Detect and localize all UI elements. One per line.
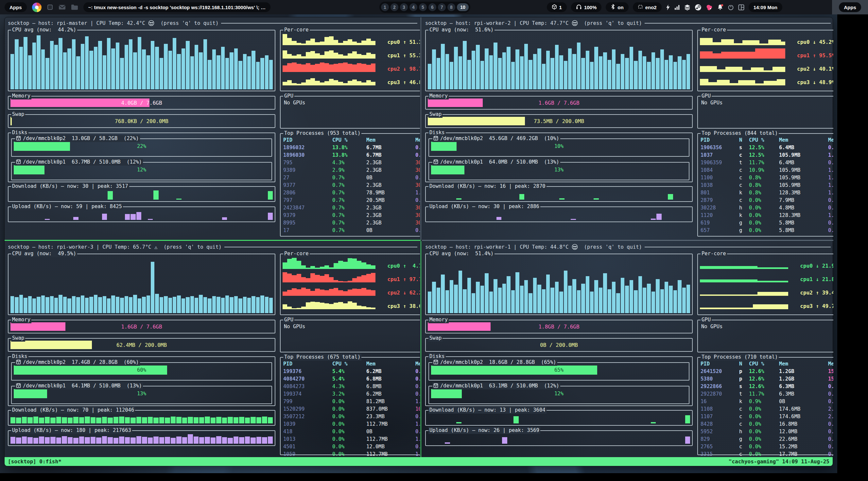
download-box-stats: Download (KB/s) — now: 70 | peak: 112046 <box>12 407 134 414</box>
workspace-2[interactable]: 2 <box>391 3 398 11</box>
workspace-8[interactable]: 8 <box>447 3 455 11</box>
disk-usage-pct: 13% <box>431 167 687 173</box>
core-sparkline <box>700 47 785 59</box>
process-row: 657g0.0%5.8MB0.07% <box>698 227 833 234</box>
top-processes-label: Top Processes (675 total) <box>284 354 361 361</box>
socktop-pane-rpi-worker-3[interactable]: socktop — host: rpi-worker-3 | CPU Temp:… <box>5 241 420 458</box>
core-row-cpu3: cpu3 ↓ 48.9% <box>700 72 833 85</box>
core-sparkline <box>283 297 375 309</box>
memory-box: Memory1.6GB / 7.6GB <box>8 320 275 333</box>
gpu-box: GPUNo GPUs <box>697 96 833 129</box>
process-row: 2641520p12.6%1.2GB15.46% <box>698 368 833 375</box>
core-row-cpu2: cpu2 ↓ 62.2% <box>283 282 420 296</box>
power-icon[interactable] <box>728 4 734 10</box>
process-row: 7954.3%2.3GB30.64% <box>281 159 420 167</box>
apps-button[interactable]: Apps <box>5 2 27 12</box>
disk-item-1: /dev/mmcblk0p1 64.0MB / 510.0MB (13%)13% <box>428 162 689 180</box>
upload-box: Upload (KB/s) — now: 180 | peak: 217663 <box>8 430 275 446</box>
bluetooth-indicator[interactable]: on <box>606 2 628 12</box>
focused-window-title[interactable]: ~: tmux new-session -d -s socktop 'sockt… <box>84 2 271 12</box>
pane-separator-horizontal-right[interactable] <box>422 240 833 241</box>
core-sparkline <box>700 33 785 45</box>
download-bars <box>428 189 690 200</box>
folder-icon[interactable] <box>71 4 78 10</box>
steam-icon[interactable] <box>695 4 702 11</box>
updates-indicator[interactable]: 1 <box>547 2 567 12</box>
memory-value: 4.0GB / 7.6GB <box>10 100 273 106</box>
app-launcher-icon[interactable] <box>32 3 41 12</box>
disk-icon <box>433 135 438 142</box>
process-row: 40842705.4%6.8MB0.09% <box>281 375 420 383</box>
memory-label: Memory <box>429 317 448 323</box>
gpu-status: No GPUs <box>698 96 833 109</box>
memory-value: 1.6GB / 7.6GB <box>428 100 690 106</box>
per-core-label: Per-core <box>284 27 309 33</box>
disk-info: /dev/mmcblk0p1 64.1MB / 510.0MB (13%) <box>23 383 142 389</box>
upload-box: Upload (KB/s) — now: 26 | peak: 3569 <box>425 430 693 446</box>
disk-info: /dev/mmcblk0p1 63.7MB / 510.0MB (12%) <box>23 159 142 166</box>
core-row-cpu2: cpu2 ↓ 98.7% <box>283 59 420 72</box>
process-row: 189603213.8%6.7MB0.09% <box>281 144 420 151</box>
process-row: 93790.7%2.3GB30.64% <box>281 212 420 219</box>
pane-title-text: socktop — host: rpi-worker-2 | CPU Temp:… <box>425 20 572 26</box>
process-row: 93770.7%2.3GB30.64% <box>281 182 420 189</box>
workspace-5[interactable]: 5 <box>419 3 427 11</box>
core-value: cpu1 ↑ 55.3% <box>375 52 420 59</box>
gpu-label: GPU <box>284 93 293 99</box>
disk-item-0: /dev/mmcblk0p2 13.0GB / 58.2GB (22%)22% <box>11 139 272 157</box>
core-sparkline <box>283 257 375 269</box>
gpu-box-label: GPU <box>701 317 712 323</box>
top-processes-label: Top Processes (844 total) <box>702 130 778 137</box>
upload-bars <box>428 433 690 444</box>
process-row: 801k0.8%128.3MB1.64% <box>698 189 833 197</box>
process-table-header: PIDNCPU %MemMem % <box>698 360 833 368</box>
download-bars <box>428 413 690 423</box>
process-row: 1107c0.0%174.6MB2.24% <box>698 413 833 420</box>
notification-bell-icon[interactable] <box>717 4 723 10</box>
secondary-monitor-bar: Apps <box>832 0 868 14</box>
workspace-7[interactable]: 7 <box>438 3 446 11</box>
top-processes-box-label: Top Processes (710 total) <box>701 354 779 361</box>
cpu-avg-chart-label: CPU avg (now: 51.4%) <box>428 250 495 257</box>
apps-button-secondary[interactable]: Apps <box>839 2 861 12</box>
pane-separator-vertical-bottom[interactable] <box>421 241 421 458</box>
process-row: 16k0.9%0B0.00% <box>698 398 833 405</box>
top-panel: Apps ~: tmux new-session -d -s socktop '… <box>0 0 868 14</box>
pink-app-icon[interactable] <box>706 4 713 11</box>
volume-indicator[interactable]: 100% <box>571 2 601 12</box>
usage-bars-icon[interactable] <box>674 5 680 10</box>
pane-separator-horizontal-left[interactable] <box>5 240 421 241</box>
pane-separator-vertical-top[interactable] <box>421 17 421 240</box>
socktop-pane-rpi-master[interactable]: socktop — host: rpi-master | CPU Temp: 4… <box>5 17 420 239</box>
workspace-1[interactable]: 1 <box>381 3 389 11</box>
mail-icon[interactable] <box>59 4 66 10</box>
terminal-window[interactable]: socktop — host: rpi-master | CPU Temp: 4… <box>4 17 833 466</box>
workspace-4[interactable]: 4 <box>409 3 417 11</box>
layout-switcher-icon[interactable] <box>738 4 744 10</box>
swap-box-label: Swap <box>11 335 25 341</box>
network-indicator[interactable]: eno2 <box>633 2 662 12</box>
workspace-3[interactable]: 3 <box>400 3 408 11</box>
cpu-avg-chart: CPU avg (now: 49.5%) <box>8 253 275 315</box>
per-core-box: Per-corecpu0 ↑ 4.7%cpu1 ↑ 97.7%cpu2 ↓ 62… <box>280 253 420 315</box>
process-row: 619g0.0%5.8MB0.07% <box>698 219 833 227</box>
process-row: 1906356s12.5%6.4MB0.08% <box>698 144 833 151</box>
power-profile-bolt-icon[interactable] <box>666 4 670 10</box>
pane-title-text: socktop — host: rpi-master | CPU Temp: 4… <box>8 20 148 26</box>
core-row-cpu1: cpu1 ↓ 21.8% <box>700 269 833 282</box>
workspace-10[interactable]: 10 <box>457 3 469 11</box>
socktop-pane-rpi-worker-1[interactable]: socktop — host: rpi-worker-1 | CPU Temp:… <box>422 241 833 458</box>
workspace-6[interactable]: 6 <box>428 3 436 11</box>
layers-icon[interactable] <box>684 4 690 10</box>
socktop-pane-rpi-worker-2[interactable]: socktop — host: rpi-worker-2 | CPU Temp:… <box>422 17 833 239</box>
cpu-avg-chart-label: CPU avg (now: 44.2%) <box>11 27 77 33</box>
clock[interactable]: 14:09 Mon <box>749 2 782 12</box>
gpu-label: GPU <box>702 93 711 99</box>
tmux-session-window[interactable]: [socktop] 0:fish* <box>8 458 729 464</box>
disk-item-0: /dev/mmcblk0p2 17.4GB / 28.8GB (60%)60% <box>11 362 272 381</box>
pane-title-text: socktop — host: rpi-worker-1 | CPU Temp:… <box>425 244 572 250</box>
process-row: 1038c0.8%105.9MB1.36% <box>698 182 833 189</box>
window-icon[interactable] <box>47 4 53 10</box>
swap-value: 0B / 200.0MB <box>428 342 690 348</box>
process-row: 93892.9%2.3GB30.64% <box>281 167 420 174</box>
